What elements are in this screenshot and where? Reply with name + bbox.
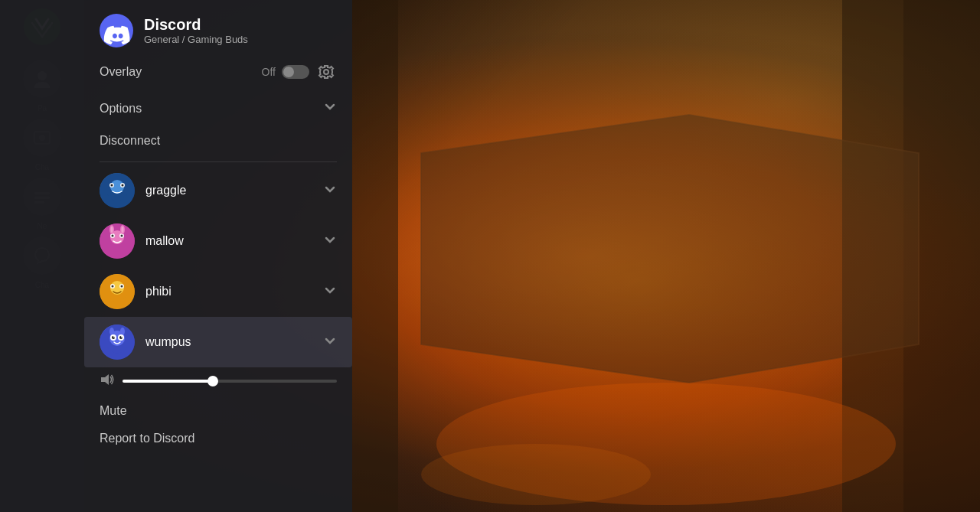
report-row[interactable]: Report to Discord (84, 424, 352, 453)
discord-panel-inner: Discord General / Gaming Buds Overlay Of… (84, 0, 352, 512)
svg-point-37 (121, 285, 123, 288)
report-label: Report to Discord (100, 432, 195, 445)
volume-slider[interactable] (122, 380, 337, 383)
discord-logo (100, 14, 133, 47)
options-chevron-icon (323, 99, 337, 117)
svg-point-40 (109, 328, 114, 335)
user-row-mallow[interactable]: mallow (84, 216, 352, 266)
avatar-graggle (100, 173, 135, 208)
user-name-graggle: graggle (145, 184, 312, 197)
svg-point-31 (122, 227, 124, 233)
svg-point-27 (121, 235, 123, 237)
volume-icon (100, 372, 115, 390)
mute-label: Mute (100, 404, 127, 417)
avatar-mallow (100, 223, 135, 259)
svg-point-47 (121, 336, 122, 338)
svg-point-6 (421, 444, 651, 505)
mute-row[interactable]: Mute (84, 398, 352, 424)
user-chevron-phibi (323, 283, 337, 301)
overlay-row: Overlay Off (84, 58, 352, 90)
volume-row (84, 367, 352, 398)
svg-point-41 (120, 328, 125, 335)
overlay-label: Overlay (100, 65, 256, 79)
divider-1 (100, 161, 337, 162)
overlay-toggle[interactable] (282, 65, 309, 79)
user-chevron-wumpus (323, 334, 337, 351)
discord-app-title: Discord (144, 16, 248, 34)
svg-point-36 (112, 285, 114, 288)
discord-header-text: Discord General / Gaming Buds (144, 16, 248, 45)
svg-point-15 (324, 70, 328, 74)
options-row[interactable]: Options (84, 90, 352, 126)
svg-point-26 (112, 235, 114, 237)
disconnect-row[interactable]: Disconnect (84, 126, 352, 158)
options-label: Options (100, 102, 323, 116)
user-name-mallow: mallow (145, 234, 312, 248)
user-row-graggle[interactable]: graggle (84, 165, 352, 216)
user-row-wumpus[interactable]: wumpus (84, 317, 352, 367)
user-name-phibi: phibi (145, 285, 312, 298)
user-name-wumpus: wumpus (145, 335, 312, 349)
svg-marker-4 (421, 115, 919, 383)
discord-header: Discord General / Gaming Buds (84, 0, 352, 58)
avatar-phibi (100, 274, 135, 309)
discord-panel: Discord General / Gaming Buds Overlay Of… (0, 0, 352, 512)
svg-point-20 (111, 184, 113, 187)
volume-slider-fill (122, 380, 213, 383)
svg-point-30 (111, 227, 113, 233)
user-chevron-mallow (323, 233, 337, 250)
svg-point-21 (122, 184, 124, 187)
user-chevron-graggle (323, 182, 337, 200)
svg-rect-1 (352, 0, 398, 512)
volume-slider-thumb[interactable] (207, 376, 218, 386)
overlay-settings-icon[interactable] (315, 61, 337, 83)
user-row-phibi[interactable]: phibi (84, 266, 352, 317)
avatar-wumpus (100, 324, 135, 360)
svg-point-46 (113, 336, 115, 338)
disconnect-label: Disconnect (100, 134, 160, 147)
overlay-status: Off (262, 66, 276, 78)
svg-marker-48 (101, 374, 109, 385)
discord-channel-name: General / Gaming Buds (144, 34, 248, 45)
